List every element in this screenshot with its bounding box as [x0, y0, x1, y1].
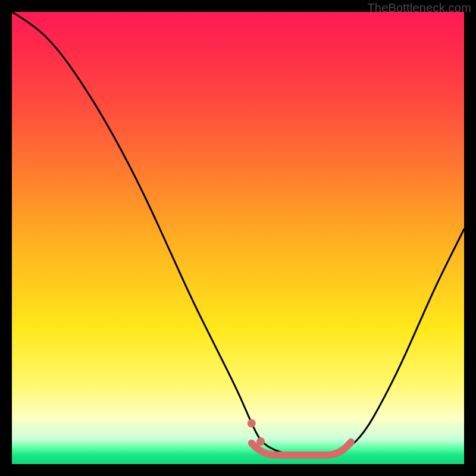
highlight-dot [248, 419, 256, 428]
curve-layer [12, 12, 464, 464]
curve-path [12, 12, 464, 455]
highlight-dot [256, 437, 265, 446]
ideal-range-path [252, 442, 351, 455]
chart-stage: TheBottleneck.com [0, 0, 476, 476]
plot-area [12, 12, 464, 464]
bottleneck-curve [12, 12, 464, 455]
ideal-range-highlight [248, 419, 351, 455]
